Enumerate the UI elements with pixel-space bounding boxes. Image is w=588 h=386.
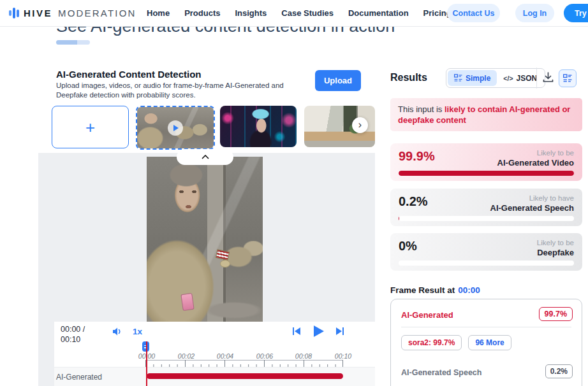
skip-next-button[interactable]: [335, 327, 344, 338]
score-progress-track: [399, 171, 574, 176]
json-tab-label: JSON: [517, 74, 538, 83]
frame-ai-generated-label: AI-Generated: [401, 310, 453, 320]
demo-title: AI-Generated Content Detection: [56, 69, 202, 80]
nav-item-products[interactable]: Products: [184, 8, 220, 18]
score-card-ai-generated-video: 99.9% Likely to be AI-Generated Video: [390, 143, 582, 181]
play-button[interactable]: [311, 324, 325, 341]
thumbnail-soldier-video-selected[interactable]: [136, 106, 215, 150]
chip-more-models[interactable]: 96 More: [468, 335, 511, 350]
tick-label-0010: 00:10: [335, 352, 351, 360]
results-title: Results: [390, 72, 427, 83]
tick-label-0008: 00:08: [295, 352, 312, 360]
nav-item-home[interactable]: Home: [147, 8, 170, 18]
add-media-tile[interactable]: +: [52, 106, 129, 148]
detection-alert-banner: This input is likely to contain AI-gener…: [390, 98, 582, 131]
skip-previous-button[interactable]: [292, 327, 301, 338]
flag-patch-art: [216, 249, 230, 261]
toolbar-divider: [536, 68, 537, 89]
chip-sora2[interactable]: sora2: 99.7%: [401, 335, 462, 350]
score-qualifier: Likely to have: [529, 194, 574, 202]
chevron-up-icon: [202, 155, 209, 159]
model-chips: sora2: 99.7% 96 More: [401, 335, 511, 350]
time-total: 00:10: [61, 334, 85, 345]
brand-logo[interactable]: HIVE MODERATION: [9, 0, 136, 26]
playback-speed-button[interactable]: 1x: [133, 327, 142, 336]
playhead-line: [146, 341, 147, 386]
time-elapsed: 00:00 /: [61, 324, 85, 334]
banner-prefix: This input is: [398, 104, 445, 114]
video-frame[interactable]: [147, 157, 263, 324]
try-button[interactable]: Try: [564, 4, 588, 22]
view-simple-tab[interactable]: Simple: [448, 70, 497, 86]
play-icon: [311, 324, 325, 338]
tick-label-0002: 00:02: [178, 352, 195, 360]
cyberpunk-thumbnail-art: [220, 106, 297, 147]
card-view-button[interactable]: [559, 69, 577, 87]
frame-card-divider: [401, 327, 571, 327]
score-card-ai-generated-speech: 0.2% Likely to have AI-Generated Speech: [390, 189, 582, 226]
results-view-toggle: Simple </> JSON: [446, 68, 545, 88]
score-label: Deepfake: [537, 248, 574, 257]
frame-speech-label: AI-Generated Speech: [401, 368, 481, 377]
score-label: AI-Generated Speech: [490, 203, 575, 213]
carousel-next-button[interactable]: ›: [352, 117, 368, 133]
nav-item-case-studies[interactable]: Case Studies: [281, 8, 334, 18]
brand-name-light: MODERATION: [58, 8, 136, 18]
carousel-scroll-indicator: [56, 40, 90, 45]
upload-button[interactable]: Upload: [315, 70, 361, 91]
speaker-icon: [112, 327, 123, 336]
frame-speech-score-badge[interactable]: 0.2%: [545, 364, 573, 378]
score-card-deepfake: 0% Likely to be Deepfake: [390, 233, 582, 271]
plus-icon: +: [85, 119, 95, 136]
download-results-button[interactable]: [542, 71, 554, 86]
frame-result-timestamp: 00:00: [458, 285, 480, 295]
tick-label-0004: 00:04: [217, 352, 233, 360]
score-value: 0%: [399, 239, 417, 254]
nav-item-documentation[interactable]: Documentation: [348, 8, 409, 18]
top-navigation: HIVE MODERATION Home Products Insights C…: [0, 0, 588, 27]
frame-result-heading: Frame Result at 00:00: [390, 285, 480, 295]
simple-view-icon: [454, 74, 462, 82]
frame-result-card: AI-Generated 99.7% sora2: 99.7% 96 More …: [390, 299, 582, 386]
score-progress-track: [399, 216, 574, 221]
frame-ai-generated-score-badge[interactable]: 99.7%: [539, 307, 573, 321]
score-value: 0.2%: [399, 194, 428, 209]
score-label: AI-Generated Video: [497, 158, 574, 168]
score-progress-fill: [399, 171, 574, 176]
ai-generated-detection-bar[interactable]: [147, 373, 343, 379]
download-icon: [542, 71, 554, 83]
phone-art: [180, 293, 194, 311]
simple-tab-label: Simple: [466, 74, 490, 83]
score-progress-track: [399, 261, 574, 266]
score-progress-fill: [399, 216, 399, 221]
time-display: 00:00 / 00:10: [61, 324, 85, 345]
player-controls: 00:00 / 00:10 1x 00:00 00:02 00:04 00:06…: [54, 322, 375, 386]
thumbnail-cyberpunk-image[interactable]: [220, 106, 297, 147]
card-view-icon: [563, 74, 572, 83]
contact-us-button[interactable]: Contact Us: [447, 4, 500, 22]
round-patch-art: [220, 260, 230, 268]
collapse-player-button[interactable]: [177, 149, 233, 165]
score-value: 99.9%: [399, 149, 435, 164]
score-qualifier: Likely to be: [537, 239, 574, 247]
login-button[interactable]: Log In: [515, 4, 554, 22]
frame-result-label: Frame Result at: [390, 285, 455, 295]
brand-name-bold: HIVE: [24, 8, 52, 18]
code-icon: </>: [503, 75, 513, 82]
tick-label-0006: 00:06: [256, 352, 273, 360]
demo-description: Upload images, videos, or audio for fram…: [56, 81, 312, 100]
score-qualifier: Likely to be: [537, 149, 574, 157]
hive-logo-icon: [9, 7, 19, 20]
skip-next-icon: [335, 327, 344, 336]
play-overlay-icon: [168, 120, 183, 136]
nav-item-insights[interactable]: Insights: [235, 8, 267, 18]
volume-button[interactable]: [112, 327, 123, 339]
track-label: AI-Generated: [56, 373, 102, 382]
skip-previous-icon: [292, 327, 301, 336]
nav-links: Home Products Insights Case Studies Docu…: [147, 0, 452, 26]
